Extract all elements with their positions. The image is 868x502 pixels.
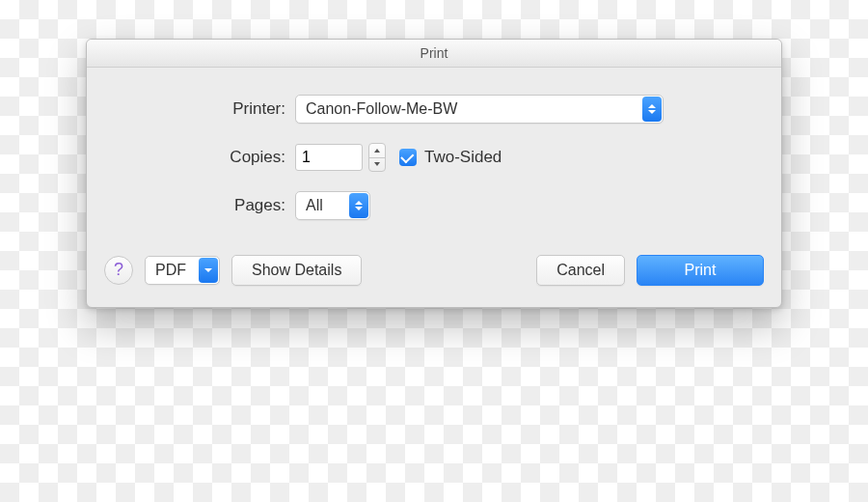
pages-select[interactable]: All [295,191,370,220]
printer-label: Printer: [122,99,295,119]
dialog-title: Print [420,45,448,61]
chevron-down-icon [199,258,218,283]
printer-selected-value: Canon-Follow-Me-BW [296,100,641,118]
copies-row: Copies: Two-Sided [122,143,746,172]
cancel-button[interactable]: Cancel [536,255,625,286]
copies-label: Copies: [122,148,295,167]
cancel-label: Cancel [556,262,605,279]
pdf-menu-button[interactable]: PDF [145,256,220,285]
copies-input[interactable] [295,144,363,171]
show-details-button[interactable]: Show Details [231,255,362,286]
print-dialog: Print Printer: Canon-Follow-Me-BW Copies… [86,39,782,308]
copies-step-up[interactable] [369,144,385,158]
dialog-footer: ? PDF Show Details Cancel Print [87,247,781,307]
updown-caret-icon [642,97,662,122]
copies-stepper[interactable] [368,143,386,172]
pdf-menu-label: PDF [146,262,198,279]
print-button-label: Print [685,262,717,279]
updown-caret-icon [349,193,368,218]
pages-label: Pages: [122,196,295,215]
dialog-body: Printer: Canon-Follow-Me-BW Copies: Two-… [87,68,781,247]
two-sided-checkbox[interactable] [399,149,417,166]
check-icon [400,150,414,163]
printer-row: Printer: Canon-Follow-Me-BW [122,95,746,124]
print-button[interactable]: Print [637,255,764,286]
help-button[interactable]: ? [104,256,133,285]
pages-selected-value: All [296,197,348,214]
two-sided-label: Two-Sided [424,148,502,167]
show-details-label: Show Details [252,262,341,279]
pages-row: Pages: All [122,191,746,220]
printer-select[interactable]: Canon-Follow-Me-BW [295,95,664,124]
copies-step-down[interactable] [369,158,385,172]
titlebar: Print [87,40,781,68]
